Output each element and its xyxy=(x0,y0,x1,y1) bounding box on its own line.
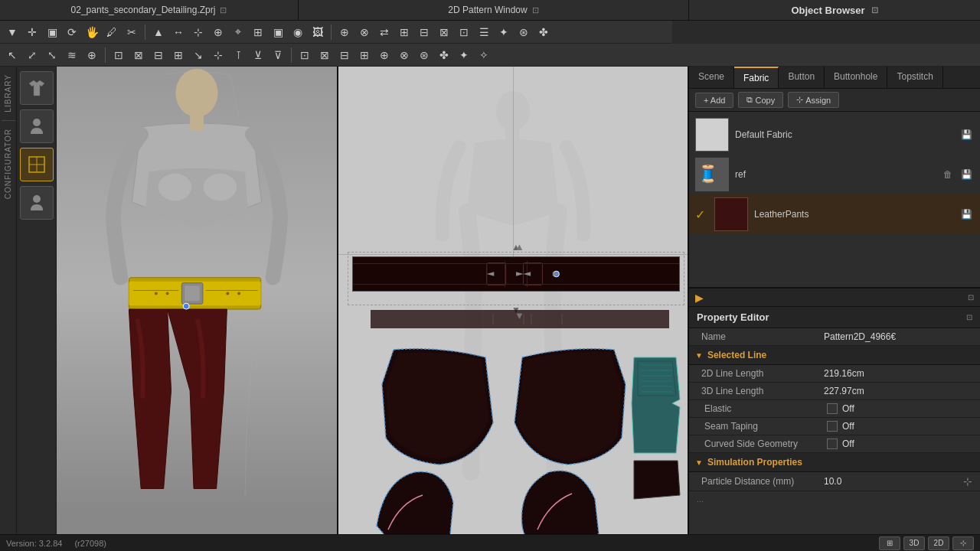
particle-stepper-icon[interactable]: ⊹ xyxy=(963,475,972,487)
tool-3d-g[interactable]: ⊡ xyxy=(455,23,473,41)
fabric-save-ref[interactable]: 💾 xyxy=(959,167,974,182)
tool-2r9[interactable]: ✦ xyxy=(455,46,473,64)
tool-2d-5[interactable]: ⌖ xyxy=(229,23,247,41)
seam-taping-value: Off xyxy=(842,421,972,432)
seam-taping-checkbox[interactable] xyxy=(827,421,838,432)
tool-2r7[interactable]: ⊛ xyxy=(415,46,433,64)
tool-pen[interactable]: 🖊 xyxy=(103,23,121,41)
tab-scene[interactable]: Scene xyxy=(689,67,734,88)
tool-2r6[interactable]: ⊗ xyxy=(395,46,413,64)
tool-r7[interactable]: ⊺ xyxy=(229,46,247,64)
tool-2d-1[interactable]: ▲ xyxy=(149,23,168,41)
tool-r6[interactable]: ⊹ xyxy=(209,46,227,64)
view-2d-btn[interactable]: 2D xyxy=(928,536,949,550)
copy-button[interactable]: ⧉ Copy xyxy=(738,92,783,108)
fabric-item-leather[interactable]: ✓ LeatherPants 💾 xyxy=(689,194,980,234)
view-3d-btn[interactable]: 3D xyxy=(903,536,925,550)
expand-3d-icon[interactable]: ⊡ xyxy=(220,5,227,15)
arrow-right-icon: ▶ xyxy=(695,292,704,304)
tool-2r2[interactable]: ⊠ xyxy=(315,46,334,64)
fabric-item-default[interactable]: Default Fabric 💾 xyxy=(689,115,980,155)
expand-2d-icon[interactable]: ⊡ xyxy=(532,5,539,15)
tool-cut[interactable]: ✂ xyxy=(122,23,141,41)
tool-r8[interactable]: ⊻ xyxy=(249,46,267,64)
tool-3d-e[interactable]: ⊟ xyxy=(415,23,433,41)
icon-pattern[interactable] xyxy=(20,148,54,181)
icon-tshirt[interactable] xyxy=(20,71,54,105)
tool-r9[interactable]: ⊽ xyxy=(269,46,287,64)
simulation-section[interactable]: ▼ Simulation Properties xyxy=(689,453,980,472)
tool-2r10[interactable]: ✧ xyxy=(475,46,493,64)
pattern-lb-svg xyxy=(369,465,461,534)
pattern-right-bottom[interactable] xyxy=(507,465,606,534)
tool-3d-a[interactable]: ⊕ xyxy=(335,23,354,41)
tool-3d-h[interactable]: ☰ xyxy=(475,23,493,41)
tool-2d-4[interactable]: ⊕ xyxy=(209,23,227,41)
tool-rotate[interactable]: ⟳ xyxy=(63,23,81,41)
fabric-save-default[interactable]: 💾 xyxy=(959,127,974,142)
tool-3d-f[interactable]: ⊠ xyxy=(435,23,453,41)
tool-2d-3[interactable]: ⊹ xyxy=(189,23,207,41)
tool-2r1[interactable]: ⊡ xyxy=(296,46,314,64)
tool-select-box[interactable]: ▣ xyxy=(43,23,61,41)
object-browser: Scene Fabric Button Buttonhole Topstitch… xyxy=(689,67,980,289)
tab-button[interactable]: Button xyxy=(779,67,825,88)
tool-2d-6[interactable]: ⊞ xyxy=(249,23,267,41)
elastic-checkbox[interactable] xyxy=(827,403,838,414)
svg-point-15 xyxy=(226,292,229,295)
tool-3d-d[interactable]: ⊞ xyxy=(395,23,413,41)
assign-button[interactable]: ⊹ Assign xyxy=(788,92,839,108)
tool-3d-k[interactable]: ✤ xyxy=(534,23,553,41)
tool-hand[interactable]: 🖐 xyxy=(83,23,101,41)
fabric-delete-ref[interactable]: 🗑 xyxy=(940,167,956,182)
expand-obj-icon[interactable]: ⊡ xyxy=(871,5,878,15)
tool-3d-b[interactable]: ⊗ xyxy=(355,23,374,41)
tool-2d-8[interactable]: ◉ xyxy=(289,23,307,41)
icon-user2[interactable] xyxy=(20,186,54,220)
selected-line-section[interactable]: ▼ Selected Line xyxy=(689,346,980,365)
curved-side-label: Curved Side Geometry xyxy=(704,439,827,449)
tool-r1[interactable]: ⊡ xyxy=(109,46,128,64)
tool-select[interactable]: ↖ xyxy=(3,46,21,64)
tool-r3[interactable]: ⊟ xyxy=(149,46,168,64)
tool-3d-c[interactable]: ⇄ xyxy=(375,23,394,41)
view-grid-btn[interactable]: ⊞ xyxy=(879,536,900,550)
view-2d[interactable]: ▲ xyxy=(338,67,689,534)
tool-r5[interactable]: ↘ xyxy=(189,46,207,64)
tab-topstitch[interactable]: Topstitch xyxy=(887,67,942,88)
tool-deform[interactable]: ⤢ xyxy=(23,46,41,64)
tool-3d-i[interactable]: ✦ xyxy=(495,23,513,41)
tool-pin[interactable]: ⊕ xyxy=(83,46,101,64)
pattern-left-top[interactable] xyxy=(378,346,497,471)
view-3d[interactable] xyxy=(57,67,338,534)
tool-r4[interactable]: ⊞ xyxy=(169,46,188,64)
3d-viewport[interactable] xyxy=(57,67,337,511)
tool-move[interactable]: ✛ xyxy=(23,23,41,41)
tool-2r5[interactable]: ⊕ xyxy=(375,46,394,64)
icon-avatar[interactable] xyxy=(20,109,54,143)
tool-r2[interactable]: ⊠ xyxy=(129,46,148,64)
tool-2d-9[interactable]: 🖼 xyxy=(309,23,327,41)
pattern-rb-svg xyxy=(507,465,606,534)
tool-2d-2[interactable]: ↔ xyxy=(169,23,188,41)
tool-smooth[interactable]: ≋ xyxy=(63,46,81,64)
view-settings-btn[interactable]: ⊹ xyxy=(952,536,974,550)
fabric-save-leather[interactable]: 💾 xyxy=(959,207,974,222)
tool-2d-7[interactable]: ▣ xyxy=(269,23,287,41)
tool-2r3[interactable]: ⊟ xyxy=(335,46,354,64)
pattern-far-right[interactable] xyxy=(630,354,684,509)
tool-sculpt[interactable]: ⤡ xyxy=(43,46,61,64)
add-button[interactable]: + Add xyxy=(695,93,733,108)
tool-2r8[interactable]: ✤ xyxy=(435,46,453,64)
pattern-right-top[interactable] xyxy=(511,346,629,471)
belt-pattern-piece[interactable]: ▲ xyxy=(348,252,684,305)
pattern-left-bottom[interactable] xyxy=(369,465,461,534)
curved-side-checkbox[interactable] xyxy=(827,439,838,449)
tab-buttonhole[interactable]: Buttonhole xyxy=(825,67,887,88)
tab-fabric[interactable]: Fabric xyxy=(734,67,779,88)
tool-2r4[interactable]: ⊞ xyxy=(355,46,374,64)
tool-3d-j[interactable]: ⊛ xyxy=(514,23,533,41)
fabric-item-ref[interactable]: 🧵 ref 🗑 💾 xyxy=(689,155,980,194)
tool-arrow-down[interactable]: ▼ xyxy=(3,23,21,41)
svg-point-16 xyxy=(237,292,240,295)
